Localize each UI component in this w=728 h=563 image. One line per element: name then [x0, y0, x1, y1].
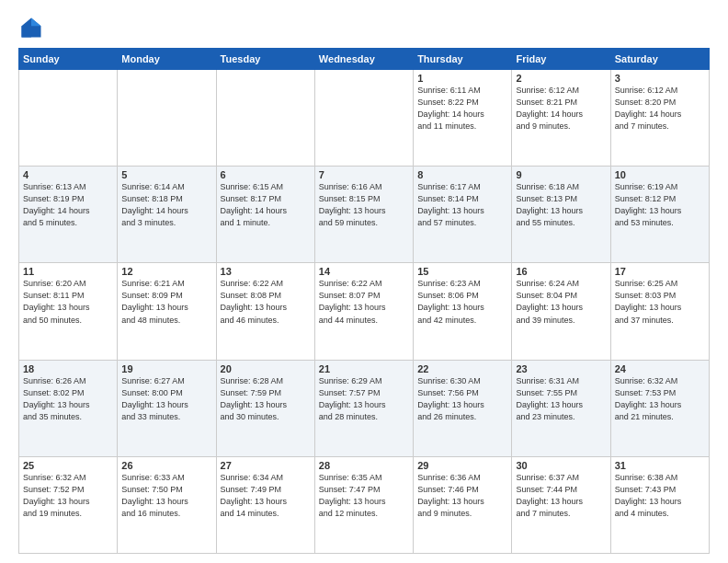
day-number: 21	[319, 363, 409, 374]
calendar-cell: 5Sunrise: 6:14 AMSunset: 8:18 PMDaylight…	[118, 167, 216, 263]
day-number: 24	[615, 363, 705, 374]
day-info: Sunrise: 6:23 AMSunset: 8:06 PMDaylight:…	[417, 278, 507, 326]
calendar-cell: 4Sunrise: 6:13 AMSunset: 8:19 PMDaylight…	[19, 167, 118, 263]
day-number: 10	[615, 169, 705, 180]
calendar-cell: 30Sunrise: 6:37 AMSunset: 7:44 PMDayligh…	[512, 456, 610, 553]
header	[18, 15, 710, 40]
calendar-cell: 24Sunrise: 6:32 AMSunset: 7:53 PMDayligh…	[610, 360, 709, 456]
day-number: 23	[516, 363, 606, 374]
day-number: 27	[221, 460, 311, 471]
calendar-cell: 29Sunrise: 6:36 AMSunset: 7:46 PMDayligh…	[414, 456, 512, 553]
day-info: Sunrise: 6:15 AMSunset: 8:17 PMDaylight:…	[221, 181, 311, 229]
calendar-cell: 3Sunrise: 6:12 AMSunset: 8:20 PMDaylight…	[610, 70, 709, 167]
day-info: Sunrise: 6:12 AMSunset: 8:21 PMDaylight:…	[516, 85, 606, 132]
day-info: Sunrise: 6:26 AMSunset: 8:02 PMDaylight:…	[23, 375, 113, 423]
calendar-cell	[216, 70, 314, 167]
calendar-header-row: SundayMondayTuesdayWednesdayThursdayFrid…	[19, 49, 710, 70]
calendar-cell: 8Sunrise: 6:17 AMSunset: 8:14 PMDaylight…	[414, 167, 512, 263]
weekday-header-friday: Friday	[512, 49, 610, 70]
logo-icon	[18, 15, 44, 40]
day-number: 5	[121, 169, 211, 180]
calendar-cell	[19, 70, 118, 167]
day-info: Sunrise: 6:28 AMSunset: 7:59 PMDaylight:…	[221, 375, 311, 423]
day-number: 13	[221, 266, 311, 277]
day-info: Sunrise: 6:37 AMSunset: 7:44 PMDaylight:…	[516, 472, 606, 520]
day-number: 22	[417, 363, 507, 374]
day-info: Sunrise: 6:19 AMSunset: 8:12 PMDaylight:…	[615, 181, 705, 229]
calendar-cell: 20Sunrise: 6:28 AMSunset: 7:59 PMDayligh…	[216, 360, 314, 456]
day-info: Sunrise: 6:30 AMSunset: 7:56 PMDaylight:…	[417, 375, 507, 423]
day-number: 14	[319, 266, 409, 277]
calendar-body: 1Sunrise: 6:11 AMSunset: 8:22 PMDaylight…	[19, 70, 710, 554]
day-info: Sunrise: 6:20 AMSunset: 8:11 PMDaylight:…	[23, 278, 113, 326]
day-info: Sunrise: 6:22 AMSunset: 8:08 PMDaylight:…	[221, 278, 311, 326]
calendar-cell: 27Sunrise: 6:34 AMSunset: 7:49 PMDayligh…	[216, 456, 314, 553]
day-number: 1	[417, 73, 507, 84]
page: SundayMondayTuesdayWednesdayThursdayFrid…	[0, 0, 728, 563]
day-info: Sunrise: 6:27 AMSunset: 8:00 PMDaylight:…	[121, 375, 211, 423]
calendar-cell: 14Sunrise: 6:22 AMSunset: 8:07 PMDayligh…	[314, 263, 413, 360]
calendar-cell: 26Sunrise: 6:33 AMSunset: 7:50 PMDayligh…	[118, 456, 216, 553]
calendar-cell: 15Sunrise: 6:23 AMSunset: 8:06 PMDayligh…	[414, 263, 512, 360]
day-info: Sunrise: 6:11 AMSunset: 8:22 PMDaylight:…	[417, 85, 507, 132]
day-number: 11	[23, 266, 113, 277]
day-number: 31	[615, 460, 705, 471]
day-number: 16	[516, 266, 606, 277]
day-number: 4	[23, 169, 113, 180]
day-info: Sunrise: 6:25 AMSunset: 8:03 PMDaylight:…	[615, 278, 705, 326]
calendar-cell: 6Sunrise: 6:15 AMSunset: 8:17 PMDaylight…	[216, 167, 314, 263]
calendar-week-5: 25Sunrise: 6:32 AMSunset: 7:52 PMDayligh…	[19, 456, 710, 553]
calendar-cell: 12Sunrise: 6:21 AMSunset: 8:09 PMDayligh…	[118, 263, 216, 360]
logo	[18, 15, 48, 40]
calendar-cell: 7Sunrise: 6:16 AMSunset: 8:15 PMDaylight…	[314, 167, 413, 263]
calendar-cell: 31Sunrise: 6:38 AMSunset: 7:43 PMDayligh…	[610, 456, 709, 553]
calendar-week-3: 11Sunrise: 6:20 AMSunset: 8:11 PMDayligh…	[19, 263, 710, 360]
calendar-week-1: 1Sunrise: 6:11 AMSunset: 8:22 PMDaylight…	[19, 70, 710, 167]
calendar-cell: 19Sunrise: 6:27 AMSunset: 8:00 PMDayligh…	[118, 360, 216, 456]
day-number: 26	[121, 460, 211, 471]
calendar-cell: 22Sunrise: 6:30 AMSunset: 7:56 PMDayligh…	[414, 360, 512, 456]
day-info: Sunrise: 6:33 AMSunset: 7:50 PMDaylight:…	[121, 472, 211, 520]
day-info: Sunrise: 6:38 AMSunset: 7:43 PMDaylight:…	[615, 472, 705, 520]
calendar-cell: 21Sunrise: 6:29 AMSunset: 7:57 PMDayligh…	[314, 360, 413, 456]
day-number: 19	[121, 363, 211, 374]
weekday-header-monday: Monday	[118, 49, 216, 70]
day-number: 12	[121, 266, 211, 277]
weekday-header-tuesday: Tuesday	[216, 49, 314, 70]
calendar-cell: 10Sunrise: 6:19 AMSunset: 8:12 PMDayligh…	[610, 167, 709, 263]
calendar-cell: 13Sunrise: 6:22 AMSunset: 8:08 PMDayligh…	[216, 263, 314, 360]
day-number: 20	[221, 363, 311, 374]
calendar-cell: 17Sunrise: 6:25 AMSunset: 8:03 PMDayligh…	[610, 263, 709, 360]
weekday-header-saturday: Saturday	[610, 49, 709, 70]
calendar-cell: 23Sunrise: 6:31 AMSunset: 7:55 PMDayligh…	[512, 360, 610, 456]
day-number: 9	[516, 169, 606, 180]
day-number: 30	[516, 460, 606, 471]
day-info: Sunrise: 6:32 AMSunset: 7:53 PMDaylight:…	[615, 375, 705, 423]
calendar-week-2: 4Sunrise: 6:13 AMSunset: 8:19 PMDaylight…	[19, 167, 710, 263]
calendar-cell: 9Sunrise: 6:18 AMSunset: 8:13 PMDaylight…	[512, 167, 610, 263]
day-info: Sunrise: 6:12 AMSunset: 8:20 PMDaylight:…	[615, 85, 705, 132]
day-info: Sunrise: 6:29 AMSunset: 7:57 PMDaylight:…	[319, 375, 409, 423]
day-number: 18	[23, 363, 113, 374]
day-number: 7	[319, 169, 409, 180]
svg-marker-1	[31, 18, 41, 27]
day-info: Sunrise: 6:24 AMSunset: 8:04 PMDaylight:…	[516, 278, 606, 326]
calendar-cell: 28Sunrise: 6:35 AMSunset: 7:47 PMDayligh…	[314, 456, 413, 553]
calendar-cell: 2Sunrise: 6:12 AMSunset: 8:21 PMDaylight…	[512, 70, 610, 167]
day-info: Sunrise: 6:34 AMSunset: 7:49 PMDaylight:…	[221, 472, 311, 520]
day-number: 25	[23, 460, 113, 471]
day-info: Sunrise: 6:36 AMSunset: 7:46 PMDaylight:…	[417, 472, 507, 520]
weekday-header-wednesday: Wednesday	[314, 49, 413, 70]
day-info: Sunrise: 6:21 AMSunset: 8:09 PMDaylight:…	[121, 278, 211, 326]
day-number: 8	[417, 169, 507, 180]
calendar-cell: 18Sunrise: 6:26 AMSunset: 8:02 PMDayligh…	[19, 360, 118, 456]
day-info: Sunrise: 6:13 AMSunset: 8:19 PMDaylight:…	[23, 181, 113, 229]
day-number: 29	[417, 460, 507, 471]
calendar-cell	[314, 70, 413, 167]
day-number: 17	[615, 266, 705, 277]
svg-marker-2	[22, 26, 32, 37]
weekday-header-thursday: Thursday	[414, 49, 512, 70]
calendar-cell: 25Sunrise: 6:32 AMSunset: 7:52 PMDayligh…	[19, 456, 118, 553]
calendar-cell: 1Sunrise: 6:11 AMSunset: 8:22 PMDaylight…	[414, 70, 512, 167]
calendar-week-4: 18Sunrise: 6:26 AMSunset: 8:02 PMDayligh…	[19, 360, 710, 456]
